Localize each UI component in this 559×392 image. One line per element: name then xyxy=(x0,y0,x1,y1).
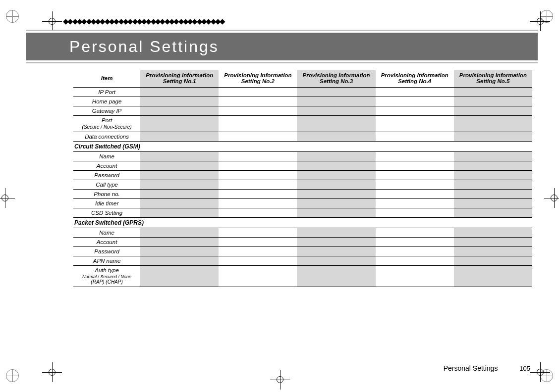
row-gprs-apn-name: APN name xyxy=(73,256,140,265)
registration-mark-icon xyxy=(270,370,290,390)
compass-bottom-right-icon xyxy=(540,369,553,382)
page-header: Personal Settings xyxy=(20,31,538,62)
row-gateway-ip: Gateway IP xyxy=(73,106,140,116)
section-gprs: Packet Switched (GPRS) xyxy=(73,217,532,228)
table-row: Account xyxy=(73,237,532,246)
table-row: CSD Setting xyxy=(73,208,532,217)
row-home-page: Home page xyxy=(73,97,140,106)
table-row: Auth type Normal / Secured / None (RAP) … xyxy=(73,265,532,287)
compass-bottom-left-icon xyxy=(6,369,19,382)
row-gsm-call-type: Call type xyxy=(73,180,140,189)
col-header-4: Provisioning Information Setting No.4 xyxy=(376,70,454,88)
table-row: Password xyxy=(73,246,532,256)
table-row: Account xyxy=(73,161,532,170)
row-gprs-auth-label: Auth type xyxy=(95,267,119,273)
compass-top-left-icon xyxy=(6,10,19,23)
col-header-item: Item xyxy=(73,70,140,88)
table-row: IP Port xyxy=(73,88,532,97)
table-row: Call type xyxy=(73,180,532,189)
row-port: Port (Secure / Non-Secure) xyxy=(73,116,140,132)
section-gprs-title: Packet Switched (GPRS) xyxy=(73,217,532,228)
table-row: Name xyxy=(73,228,532,237)
page-number: 105 xyxy=(519,365,530,372)
col-header-5: Provisioning Information Setting No.5 xyxy=(454,70,532,88)
registration-mark-icon xyxy=(0,188,15,208)
row-gsm-account: Account xyxy=(73,161,140,170)
table-row: Data connections xyxy=(73,132,532,141)
page-footer: Personal Settings 105 xyxy=(444,364,530,372)
row-port-label: Port xyxy=(102,117,112,123)
settings-table: Item Provisioning Information Setting No… xyxy=(73,70,532,287)
table-row: APN name xyxy=(73,256,532,265)
row-gsm-name: Name xyxy=(73,151,140,161)
row-gsm-csd-setting: CSD Setting xyxy=(73,208,140,217)
row-gsm-phone-no: Phone no. xyxy=(73,189,140,198)
registration-mark-icon xyxy=(530,362,550,382)
row-data-connections: Data connections xyxy=(73,132,140,141)
footer-label: Personal Settings xyxy=(444,364,498,372)
table-row: Gateway IP xyxy=(73,106,532,116)
table-row: Password xyxy=(73,170,532,180)
row-gprs-auth-sub2: (RAP) (CHAP) xyxy=(73,279,140,285)
col-header-1: Provisioning Information Setting No.1 xyxy=(140,70,219,88)
registration-mark-icon xyxy=(530,11,550,31)
row-port-sub: (Secure / Non-Secure) xyxy=(73,124,140,130)
registration-mark-icon xyxy=(42,362,62,382)
registration-mark-icon xyxy=(42,11,62,31)
section-gsm: Circuit Switched (GSM) xyxy=(73,141,532,151)
col-header-2: Provisioning Information Setting No.2 xyxy=(219,70,297,88)
compass-top-right-icon xyxy=(540,10,553,23)
row-gsm-password: Password xyxy=(73,170,140,180)
section-gsm-title: Circuit Switched (GSM) xyxy=(73,141,532,151)
table-row: Idle timer xyxy=(73,198,532,208)
row-gprs-auth-sub1: Normal / Secured / None xyxy=(73,274,140,280)
row-gsm-idle-timer: Idle timer xyxy=(73,198,140,208)
table-row: Phone no. xyxy=(73,189,532,198)
registration-mark-icon xyxy=(544,188,559,208)
table-row: Home page xyxy=(73,97,532,106)
diamond-border-icon: ◆◆◆◆◆◆◆◆◆◆◆◆◆◆◆◆◆◆◆◆◆◆◆◆◆◆◆◆◆◆◆◆◆◆◆ xyxy=(63,17,224,25)
page-title: Personal Settings xyxy=(20,33,538,60)
row-gprs-account: Account xyxy=(73,237,140,246)
row-gprs-name: Name xyxy=(73,228,140,237)
row-ip-port: IP Port xyxy=(73,88,140,97)
col-header-3: Provisioning Information Setting No.3 xyxy=(297,70,375,88)
table-row: Port (Secure / Non-Secure) xyxy=(73,116,532,132)
table-row: Name xyxy=(73,151,532,161)
row-gprs-password: Password xyxy=(73,246,140,256)
row-gprs-auth-type: Auth type Normal / Secured / None (RAP) … xyxy=(73,265,140,287)
